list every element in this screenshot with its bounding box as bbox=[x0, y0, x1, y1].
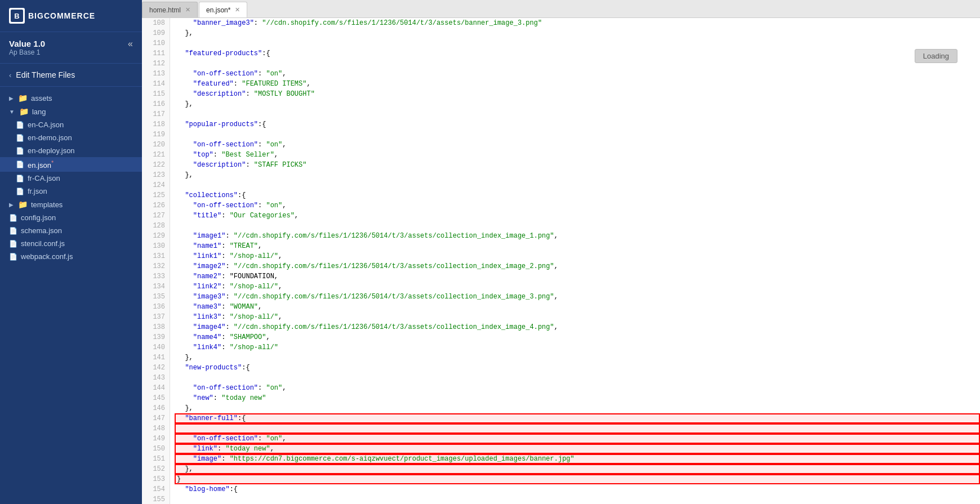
line-number: 119 bbox=[142, 130, 170, 140]
code-line: "blog-home":{ bbox=[175, 484, 980, 494]
code-line: "link3": "/shop-all/", bbox=[175, 312, 980, 322]
code-line: "description": "STAFF PICKS" bbox=[175, 160, 980, 170]
line-number: 138 bbox=[142, 322, 170, 332]
code-line: "name2": "FOUNDATION, bbox=[175, 271, 980, 282]
code-line: "link1": "/shop-all/", bbox=[175, 251, 980, 261]
code-line bbox=[175, 180, 980, 190]
code-line bbox=[175, 221, 980, 231]
folder-lang-label: lang bbox=[32, 108, 46, 116]
file-icon: 📄 bbox=[9, 214, 17, 222]
file-en-demo-json[interactable]: 📄 en-demo.json bbox=[0, 131, 142, 144]
tab-en-json-label: en.json* bbox=[206, 6, 230, 14]
tab-en-json[interactable]: en.json* ✕ bbox=[199, 2, 247, 17]
folder-lang[interactable]: ▼ 📁 lang bbox=[0, 105, 142, 118]
line-number: 109 bbox=[142, 28, 170, 38]
code-content[interactable]: "banner_image3": "//cdn.shopify.com/s/fi… bbox=[170, 18, 980, 504]
line-number: 117 bbox=[142, 109, 170, 119]
code-line: }, bbox=[175, 99, 980, 109]
file-webpack-label: webpack.conf.js bbox=[21, 252, 73, 261]
edit-theme-files-section[interactable]: ‹ Edit Theme Files bbox=[0, 64, 142, 87]
file-fr-label: fr.json bbox=[28, 187, 47, 195]
line-number: 155 bbox=[142, 494, 170, 504]
chevron-down-icon: ▼ bbox=[9, 109, 15, 115]
file-icon: 📄 bbox=[16, 121, 24, 129]
code-line: }, bbox=[175, 353, 980, 363]
file-icon: 📄 bbox=[16, 188, 24, 195]
file-fr-json[interactable]: 📄 fr.json bbox=[0, 185, 142, 198]
code-line: "name3": "WOMAN", bbox=[175, 302, 980, 312]
file-en-ca-json[interactable]: 📄 en-CA.json bbox=[0, 118, 142, 131]
code-line: "image": "https://cdn7.bigcommerce.com/s… bbox=[175, 454, 980, 464]
code-line: "top": "Best Seller", bbox=[175, 150, 980, 160]
line-number: 129 bbox=[142, 231, 170, 241]
line-number: 142 bbox=[142, 363, 170, 373]
code-line: "new": "today new" bbox=[175, 393, 980, 403]
line-number: 152 bbox=[142, 464, 170, 474]
code-line: "name4": "SHAMPOO", bbox=[175, 332, 980, 342]
edit-theme-label: Edit Theme Files bbox=[16, 70, 75, 79]
file-icon: 📄 bbox=[9, 253, 17, 261]
line-number: 130 bbox=[142, 241, 170, 251]
line-number: 124 bbox=[142, 180, 170, 190]
line-number: 122 bbox=[142, 160, 170, 170]
line-numbers: 1081091101111121131141151161171181191201… bbox=[142, 18, 170, 504]
svg-text:B: B bbox=[14, 12, 19, 20]
line-number: 139 bbox=[142, 332, 170, 342]
file-icon: 📄 bbox=[9, 227, 17, 235]
code-line bbox=[175, 494, 980, 504]
line-number: 153 bbox=[142, 474, 170, 484]
file-en-label: en.json* bbox=[28, 159, 54, 170]
file-en-deploy-json[interactable]: 📄 en-deploy.json bbox=[0, 144, 142, 157]
folder-assets[interactable]: ▶ 📁 assets bbox=[0, 91, 142, 105]
line-number: 147 bbox=[142, 413, 170, 423]
line-number: 114 bbox=[142, 79, 170, 89]
code-line: "on-off-section": "on", bbox=[175, 200, 980, 211]
tab-home-html-close[interactable]: ✕ bbox=[185, 6, 190, 14]
file-en-json[interactable]: 📄 en.json* bbox=[0, 157, 142, 172]
file-en-demo-label: en-demo.json bbox=[28, 133, 72, 142]
tab-bar: home.html ✕ en.json* ✕ bbox=[142, 0, 980, 18]
tab-en-json-close[interactable]: ✕ bbox=[235, 6, 240, 14]
code-line: }, bbox=[175, 464, 980, 474]
folder-assets-label: assets bbox=[31, 94, 52, 102]
folder-icon: 📁 bbox=[18, 93, 28, 102]
code-line: "link2": "/shop-all/", bbox=[175, 282, 980, 292]
code-line: } bbox=[175, 474, 980, 484]
line-number: 145 bbox=[142, 393, 170, 403]
file-fr-ca-json[interactable]: 📄 fr-CA.json bbox=[0, 172, 142, 185]
code-line: "collections":{ bbox=[175, 190, 980, 200]
loading-button[interactable]: Loading bbox=[915, 49, 957, 63]
file-tree: ▶ 📁 assets ▼ 📁 lang 📄 en-CA.json 📄 en-de… bbox=[0, 87, 142, 504]
folder-templates[interactable]: ▶ 📁 templates bbox=[0, 198, 142, 211]
tab-home-html-label: home.html bbox=[149, 6, 181, 14]
code-line bbox=[175, 373, 980, 383]
line-number: 125 bbox=[142, 190, 170, 200]
code-line: "on-off-section": "on", bbox=[175, 69, 980, 79]
sidebar-header: B BIGCOMMERCE bbox=[0, 0, 142, 32]
sidebar: B BIGCOMMERCE Value 1.0 Ap Base 1 « ‹ Ed… bbox=[0, 0, 142, 504]
file-schema-json[interactable]: 📄 schema.json bbox=[0, 224, 142, 237]
line-number: 133 bbox=[142, 271, 170, 282]
code-line: "title": "Our Categories", bbox=[175, 211, 980, 221]
line-number: 141 bbox=[142, 353, 170, 363]
line-number: 154 bbox=[142, 484, 170, 494]
line-number: 116 bbox=[142, 99, 170, 109]
file-webpack-conf[interactable]: 📄 webpack.conf.js bbox=[0, 250, 142, 263]
file-stencil-conf[interactable]: 📄 stencil.conf.js bbox=[0, 237, 142, 250]
file-icon: 📄 bbox=[16, 147, 24, 155]
code-line: "banner-full":{ bbox=[175, 413, 980, 423]
code-line: "on-off-section": "on", bbox=[175, 434, 980, 444]
code-line bbox=[175, 423, 980, 434]
file-stencil-label: stencil.conf.js bbox=[21, 239, 65, 248]
code-line: "image1": "//cdn.shopify.com/s/files/1/1… bbox=[175, 231, 980, 241]
collapse-button[interactable]: « bbox=[128, 39, 133, 49]
code-line: "featured-products":{ bbox=[175, 48, 980, 59]
tab-home-html[interactable]: home.html ✕ bbox=[142, 2, 198, 17]
line-number: 118 bbox=[142, 119, 170, 130]
line-number: 136 bbox=[142, 302, 170, 312]
line-number: 113 bbox=[142, 69, 170, 79]
file-config-json[interactable]: 📄 config.json bbox=[0, 211, 142, 224]
code-line: "featured": "FEATURED ITEMS", bbox=[175, 79, 980, 89]
line-number: 144 bbox=[142, 383, 170, 393]
line-number: 110 bbox=[142, 38, 170, 48]
